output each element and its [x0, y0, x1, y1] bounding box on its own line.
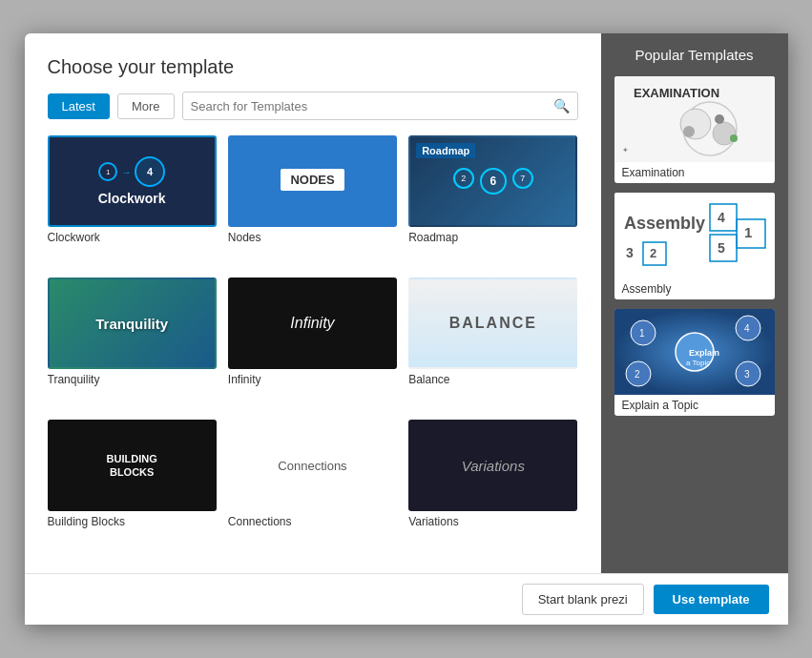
search-icon[interactable]: 🔍 [553, 98, 570, 113]
roadmap-circles: 2 6 7 [453, 168, 533, 195]
template-nodes[interactable]: NODES Nodes [228, 135, 397, 266]
clockwork-label: Clockwork [48, 231, 217, 244]
popular-title: Popular Templates [614, 47, 775, 63]
search-input[interactable] [191, 99, 548, 113]
svg-text:a Topic: a Topic [686, 359, 710, 367]
svg-point-7 [730, 134, 738, 142]
popular-examination[interactable]: EXAMINATION ✦ Examination [614, 76, 775, 183]
svg-text:2: 2 [635, 369, 640, 380]
clockwork-circle1: 1 [98, 162, 117, 181]
svg-text:3: 3 [744, 369, 750, 380]
tab-latest[interactable]: Latest [48, 93, 110, 119]
popular-explain-topic[interactable]: Explain a Topic 1 4 2 3 Explain a Topic [614, 309, 775, 416]
template-variations[interactable]: Variations Variations [408, 420, 577, 550]
svg-point-5 [683, 126, 695, 137]
template-infinity[interactable]: Infinity Infinity [228, 278, 397, 408]
svg-text:✦: ✦ [622, 146, 629, 154]
nodes-box: NODES [281, 169, 344, 191]
svg-text:2: 2 [650, 246, 656, 260]
templates-grid: 1 → 4 Clockwork Clockwork NODES [48, 135, 578, 550]
svg-point-6 [715, 114, 724, 124]
tranquility-label: Tranquility [48, 373, 217, 386]
svg-text:4: 4 [718, 210, 725, 225]
template-tranquility[interactable]: Tranquility Tranquility [48, 278, 217, 408]
svg-text:5: 5 [718, 240, 725, 256]
balance-label: Balance [408, 373, 577, 386]
examination-label: Examination [614, 162, 775, 183]
svg-text:Explain: Explain [689, 348, 719, 358]
explain-topic-label: Explain a Topic [614, 395, 775, 416]
nodes-label: Nodes [228, 231, 397, 244]
svg-text:1: 1 [639, 328, 645, 339]
tranquility-title-thumb: Tranquility [95, 316, 168, 332]
svg-text:1: 1 [744, 224, 752, 240]
popular-assembly[interactable]: Assembly 4 5 1 3 2 Assembly [614, 193, 775, 299]
template-connections[interactable]: Connections Connections [228, 420, 397, 550]
roadmap-tag: Roadmap [416, 143, 475, 158]
start-blank-button[interactable]: Start blank prezi [522, 584, 644, 615]
search-bar: Latest More 🔍 [48, 92, 578, 120]
variations-label: Variations [408, 515, 577, 528]
infinity-label: Infinity [228, 373, 397, 386]
svg-text:3: 3 [626, 245, 634, 260]
modal-footer: Start blank prezi Use template [25, 573, 788, 625]
clockwork-circle4: 4 [135, 156, 165, 187]
svg-text:Assembly: Assembly [624, 214, 705, 233]
template-building-blocks[interactable]: BUILDINGBLOCKS Building Blocks [48, 420, 217, 550]
template-balance[interactable]: BALANCE Balance [408, 278, 577, 408]
roadmap-label: Roadmap [408, 231, 577, 244]
building-blocks-label: Building Blocks [48, 515, 217, 528]
infinity-title-thumb: Infinity [290, 315, 334, 332]
variations-title-thumb: Variations [462, 458, 525, 474]
right-panel: Popular Templates EXAMINATION ✦ [601, 33, 788, 573]
template-roadmap[interactable]: Roadmap 2 6 7 Roadmap [408, 135, 577, 266]
search-wrapper: 🔍 [182, 92, 578, 120]
clockwork-title-thumb: Clockwork [98, 191, 166, 206]
assembly-label: Assembly [614, 278, 775, 299]
connections-label: Connections [228, 515, 397, 528]
balance-title-thumb: BALANCE [449, 315, 537, 332]
connections-title-thumb: Connections [278, 459, 346, 473]
template-clockwork[interactable]: 1 → 4 Clockwork Clockwork [48, 135, 217, 266]
building-title-thumb: BUILDINGBLOCKS [107, 452, 157, 480]
svg-text:EXAMINATION: EXAMINATION [634, 86, 719, 100]
svg-text:4: 4 [744, 323, 750, 334]
modal-title: Choose your template [48, 56, 578, 78]
tab-more[interactable]: More [117, 93, 175, 119]
use-template-button[interactable]: Use template [654, 585, 769, 614]
